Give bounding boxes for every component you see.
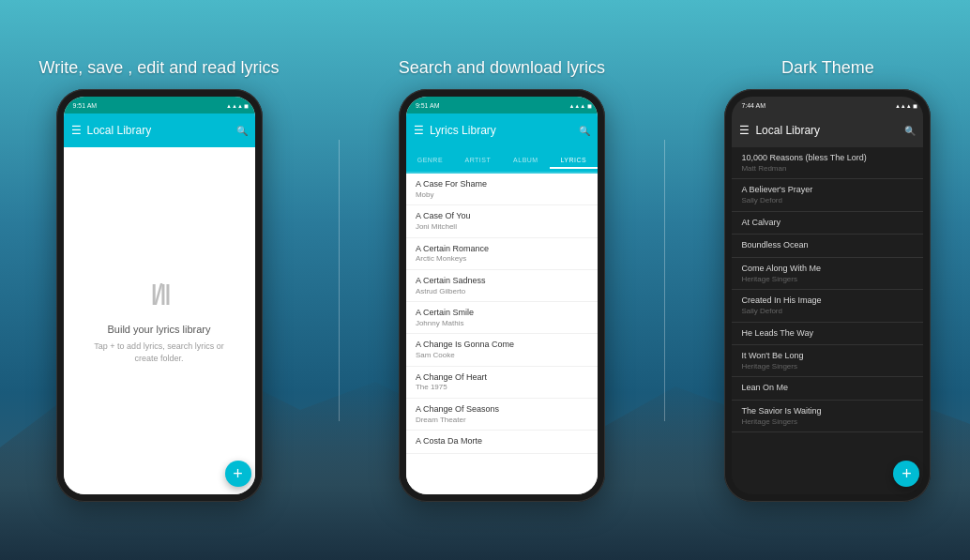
search-icon-1[interactable]: 🔍	[236, 126, 248, 136]
song-title: He Leads The Way	[741, 328, 914, 340]
phone-2: 9:51 AM ▲▲▲ ◼ ☰ Lyrics Library 🔍 GENRE A…	[399, 89, 605, 502]
section-search: Search and download lyrics 9:51 AM ▲▲▲ ◼…	[399, 58, 605, 502]
app-bar-title-1: Local Library	[87, 124, 231, 137]
divider-2	[664, 140, 665, 421]
list-item[interactable]: A Believer's Prayer Sally Deford	[732, 179, 923, 211]
list-item[interactable]: A Case For Shame Moby	[406, 174, 598, 205]
list-item[interactable]: Come Along With Me Heritage Singers	[732, 258, 923, 290]
song-title: At Calvary	[741, 218, 914, 229]
status-time-3: 7:44 AM	[741, 102, 765, 109]
fab-1[interactable]: +	[225, 461, 251, 487]
song-artist: Arctic Monkeys	[416, 254, 588, 264]
phone-3: 7:44 AM ▲▲▲ ◼ ☰ Local Library 🔍 10,000 R…	[724, 89, 931, 502]
song-list-3: 10,000 Reasons (bless The Lord) Matt Red…	[732, 147, 923, 494]
song-list-2: A Case For Shame Moby A Case Of You Joni…	[406, 174, 598, 494]
phone-3-inner: 7:44 AM ▲▲▲ ◼ ☰ Local Library 🔍 10,000 R…	[732, 97, 923, 494]
song-artist: Sally Deford	[741, 307, 914, 316]
song-artist: Moby	[416, 190, 588, 200]
tab-album[interactable]: ALBUM	[502, 153, 550, 169]
list-item[interactable]: A Certain Romance Arctic Monkeys	[406, 238, 598, 270]
list-item[interactable]: He Leads The Way	[732, 323, 923, 346]
app-bar-title-3: Local Library	[755, 124, 899, 137]
song-title: Created In His Image	[741, 295, 914, 307]
song-artist: Astrud Gilberto	[416, 287, 588, 296]
list-item[interactable]: A Case Of You Joni Mitchell	[406, 205, 598, 237]
song-artist: Heritage Singers	[741, 362, 914, 371]
song-title: A Change Of Seasons	[416, 404, 588, 416]
hamburger-icon-3[interactable]: ☰	[739, 124, 750, 137]
hamburger-icon-1[interactable]: ☰	[71, 124, 82, 137]
song-title: Come Along With Me	[741, 264, 914, 275]
tab-artist[interactable]: ARTIST	[454, 153, 502, 169]
phone-1: 9:51 AM ▲▲▲ ◼ ☰ Local Library 🔍 I/II Bui…	[56, 89, 263, 502]
search-icon-2[interactable]: 🔍	[579, 126, 590, 136]
hamburger-icon-2[interactable]: ☰	[414, 124, 424, 137]
empty-icon-1: I/II	[150, 278, 169, 312]
status-icons-2: ▲▲▲ ◼	[568, 102, 591, 109]
list-item[interactable]: A Certain Smile Johnny Mathis	[406, 302, 598, 334]
song-title: Boundless Ocean	[741, 240, 914, 251]
song-title: A Change Of Heart	[416, 372, 588, 384]
song-title: A Case Of You	[416, 211, 588, 222]
song-artist: Johnny Mathis	[416, 319, 588, 328]
song-title: Lean On Me	[741, 383, 914, 394]
search-icon-3[interactable]: 🔍	[904, 126, 916, 136]
song-title: The Savior Is Waiting	[741, 406, 914, 417]
list-item[interactable]: It Won't Be Long Heritage Singers	[732, 345, 923, 377]
song-artist: The 1975	[416, 383, 588, 392]
song-artist: Heritage Singers	[741, 275, 914, 284]
empty-subtitle-1: Tap + to add lyrics, search lyrics or cr…	[83, 341, 236, 364]
song-title: A Certain Sadness	[416, 276, 588, 287]
tab-lyrics[interactable]: LYRICS	[550, 153, 598, 169]
status-time-2: 9:51 AM	[416, 102, 440, 109]
phone-2-inner: 9:51 AM ▲▲▲ ◼ ☰ Lyrics Library 🔍 GENRE A…	[406, 97, 598, 494]
list-item[interactable]: A Change Of Heart The 1975	[406, 367, 598, 399]
song-artist: Dream Theater	[416, 416, 588, 425]
song-artist: Sally Deford	[741, 196, 914, 205]
section-dark: Dark Theme 7:44 AM ▲▲▲ ◼ ☰ Local Library…	[724, 58, 931, 502]
app-bar-2: ☰ Lyrics Library 🔍	[406, 114, 598, 147]
status-icons-1: ▲▲▲ ◼	[226, 102, 249, 109]
section-write: Write, save , edit and read lyrics 9:51 …	[39, 58, 280, 502]
status-time-1: 9:51 AM	[73, 102, 98, 109]
app-bar-title-2: Lyrics Library	[430, 124, 573, 137]
song-title: A Change Is Gonna Come	[416, 340, 588, 351]
list-item[interactable]: Lean On Me	[732, 377, 923, 401]
song-title: A Case For Shame	[416, 179, 588, 190]
list-item[interactable]: Created In His Image Sally Deford	[732, 290, 923, 322]
list-item[interactable]: A Certain Sadness Astrud Gilberto	[406, 270, 598, 302]
status-icons-3: ▲▲▲ ◼	[895, 102, 917, 109]
app-bar-1: ☰ Local Library 🔍	[64, 114, 255, 147]
section-label-search: Search and download lyrics	[399, 58, 605, 78]
empty-state-1: I/II Build your lyrics library Tap + to …	[64, 147, 255, 494]
song-title: A Believer's Prayer	[741, 185, 914, 196]
song-artist: Heritage Singers	[741, 417, 914, 427]
list-item[interactable]: 10,000 Reasons (bless The Lord) Matt Red…	[732, 147, 923, 179]
list-item[interactable]: Boundless Ocean	[732, 235, 923, 258]
tab-genre[interactable]: GENRE	[406, 153, 454, 169]
song-artist: Joni Mitchell	[416, 222, 588, 232]
phone-1-inner: 9:51 AM ▲▲▲ ◼ ☰ Local Library 🔍 I/II Bui…	[64, 97, 255, 494]
app-bar-3: ☰ Local Library 🔍	[732, 114, 923, 147]
divider-1	[339, 140, 340, 421]
list-item[interactable]: At Calvary	[732, 212, 923, 235]
song-artist: Sam Cooke	[416, 351, 588, 360]
status-bar-3: 7:44 AM ▲▲▲ ◼	[732, 97, 923, 114]
list-item[interactable]: A Change Of Seasons Dream Theater	[406, 399, 598, 431]
song-title: A Certain Smile	[416, 308, 588, 319]
song-title: A Certain Romance	[416, 244, 588, 255]
list-item[interactable]: The Savior Is Waiting Heritage Singers	[732, 401, 923, 432]
song-artist: Matt Redman	[741, 164, 914, 174]
list-item[interactable]: A Costa Da Morte	[406, 431, 598, 454]
song-title: It Won't Be Long	[741, 351, 914, 362]
status-bar-1: 9:51 AM ▲▲▲ ◼	[64, 97, 255, 114]
song-title: A Costa Da Morte	[416, 436, 588, 447]
empty-title-1: Build your lyrics library	[107, 324, 210, 335]
list-item[interactable]: A Change Is Gonna Come Sam Cooke	[406, 334, 598, 366]
status-bar-2: 9:51 AM ▲▲▲ ◼	[406, 97, 598, 114]
song-title: 10,000 Reasons (bless The Lord)	[741, 153, 914, 164]
section-label-dark: Dark Theme	[781, 58, 874, 78]
section-label-write: Write, save , edit and read lyrics	[39, 58, 280, 78]
tabs-2: GENRE ARTIST ALBUM LYRICS	[406, 147, 598, 174]
